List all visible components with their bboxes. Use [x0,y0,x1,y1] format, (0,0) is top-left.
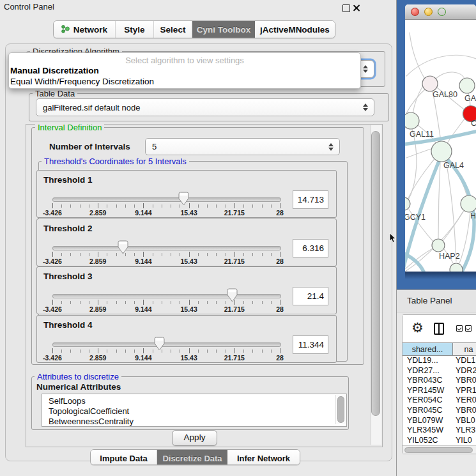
tab-style[interactable]: Style [116,21,154,38]
network-node[interactable] [450,263,463,272]
table-data-combobox[interactable]: galFiltered.sif default node [36,98,374,116]
tab-jactivemnodules[interactable]: jActiveMNodules [255,21,335,38]
mac-minimize-icon[interactable] [424,8,433,16]
table-cell[interactable]: YBR0 [453,376,476,386]
slider-scale-label: -3.426 [43,209,62,217]
column-header-name[interactable]: na [453,343,476,355]
table-cell[interactable]: YPR145W [403,386,453,396]
table-cell[interactable]: YPR1 [453,386,476,396]
table-cell[interactable]: YDL19... [403,356,453,366]
num-intervals-combobox[interactable]: 5 [145,138,340,155]
table-cell[interactable]: YER0 [453,395,476,406]
network-node[interactable] [405,112,419,129]
main-scrollbar-thumb[interactable] [371,131,380,416]
table-row[interactable]: YBR043CYBR0 [403,376,476,386]
table-cell[interactable]: YLR3 [453,426,476,436]
tab-discretize-data[interactable]: Discretize Data [157,450,227,465]
close-icon[interactable] [353,4,360,12]
network-node-label: GAL11 [410,130,434,139]
threshold-slider-track[interactable] [52,246,281,250]
attribute-list-item[interactable]: TopologicalCoefficient [42,406,346,417]
table-cell[interactable]: YDR27... [403,366,453,376]
network-node[interactable] [459,78,475,93]
attributes-scrollbar[interactable] [335,395,346,424]
threshold-value-field[interactable]: 11.344 [293,335,328,354]
attribute-list-item[interactable]: BetweennessCentrality [42,417,346,427]
tab-cyni-toolbox[interactable]: Cyni Toolbox [192,21,255,38]
attributes-scrollbar-thumb[interactable] [337,396,344,423]
threshold-slider-thumb[interactable] [154,337,165,351]
tab-network[interactable]: Network [54,21,116,38]
table-cell[interactable]: YBR0 [453,406,476,416]
table-row[interactable]: YBR045CYBR0 [403,406,476,416]
table-row[interactable]: YLR345WYLR3 [403,426,476,436]
control-panel-window: Control Panel Network Style Select Cy [0,0,397,476]
network-node[interactable] [431,141,452,162]
threshold-slider-track[interactable] [52,197,281,202]
table-row[interactable]: YBL079WYBL0 [403,416,476,426]
threshold-slider-thumb[interactable] [178,192,189,206]
tab-label: Infer Network [237,454,290,463]
threshold-slider-thumb[interactable] [227,288,238,302]
table-cell[interactable]: YLR345W [403,426,453,436]
dropdown-option-manual-discretization[interactable]: Manual Discretization [10,66,355,77]
table-cell[interactable]: YDL1 [453,356,476,366]
network-canvas[interactable]: GAL80GACGAL11GAL4GCY1HHAP2 [405,20,476,272]
threshold-value-field[interactable]: 14.713 [293,190,328,209]
checkbox-icon[interactable] [465,325,472,332]
table-cell[interactable]: YDR2 [453,366,476,376]
network-bottom-shadow [405,272,476,279]
network-edge [436,72,465,79]
threshold-slider-thumb[interactable] [118,240,128,254]
mac-zoom-icon[interactable] [438,8,446,16]
table-row[interactable]: YIL052CYIL0 [403,436,476,445]
table-cell[interactable]: YBL0 [453,416,476,426]
table-row[interactable]: YDR27...YDR2 [403,366,476,376]
threshold-value-field[interactable]: 21.4 [293,287,328,305]
table-cell[interactable]: YER054C [403,395,453,406]
slider-major-tick [98,252,98,257]
tab-infer-network[interactable]: Infer Network [227,450,300,465]
tab-label: Impute Data [100,454,147,463]
num-intervals-value: 5 [152,142,157,151]
threshold-value-field[interactable]: 6.316 [293,239,328,257]
table-row[interactable]: YPR145WYPR1 [403,386,476,396]
thresholds-groupbox: Threshold's Coordinates for 5 Intervals … [38,161,348,362]
network-node[interactable] [422,76,438,91]
tab-impute-data[interactable]: Impute Data [91,450,157,465]
table-hscrollbar-thumb[interactable] [404,447,473,453]
slider-major-tick [52,252,53,257]
dropdown-hint: Select algorithm to view settings [9,56,360,65]
attributes-groupbox: Attributes to discretize Numerical Attri… [31,376,349,430]
dropdown-option-equal-width-frequency[interactable]: Equal Width/Frequency Discretization [10,77,355,88]
table-cell[interactable]: YIL0 [453,436,476,445]
network-node[interactable] [432,239,445,252]
mac-close-icon[interactable] [411,8,419,16]
table-cell[interactable]: YBR043C [403,376,453,386]
table-cell[interactable]: YBR045C [403,406,453,416]
table-cell[interactable]: YIL052C [403,436,453,445]
apply-button[interactable]: Apply [172,430,217,446]
table-hscrollbar[interactable] [403,445,476,454]
attribute-list-item[interactable]: SelfLoops [42,396,346,406]
threshold-slider-track[interactable] [52,342,281,347]
slider-major-tick [143,252,144,257]
split-columns-icon[interactable] [434,323,444,335]
float-window-icon[interactable] [342,4,350,12]
table-row[interactable]: YDL19...YDL1 [403,356,476,366]
slider-major-tick [234,203,235,208]
checkbox-icon[interactable] [456,325,463,332]
control-panel-title: Control Panel [4,2,54,12]
table-row[interactable]: YER054CYER0 [403,395,476,406]
network-node[interactable] [461,196,476,212]
slider-major-tick [143,203,144,208]
tab-select[interactable]: Select [154,21,192,38]
network-window-titlebar[interactable] [405,4,476,20]
gear-icon[interactable]: ⚙ [411,320,424,335]
network-edge [406,148,433,158]
numerical-attributes-list[interactable]: SelfLoopsTopologicalCoefficientBetweenne… [42,394,347,427]
column-header-shared[interactable]: shared... [403,343,453,355]
table-cell[interactable]: YBL079W [403,416,453,426]
threshold-slider-track[interactable] [52,294,281,298]
network-node[interactable] [405,197,410,210]
